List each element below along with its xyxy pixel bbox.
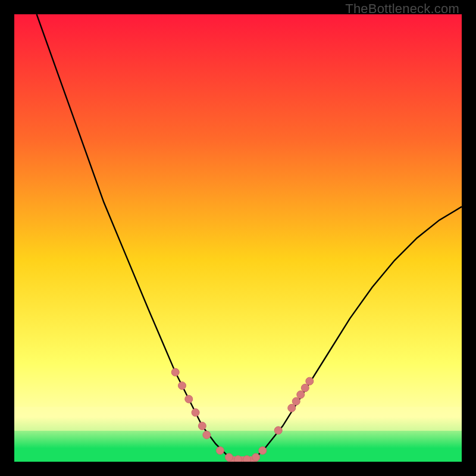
curve-marker	[288, 404, 296, 412]
watermark-text: TheBottleneck.com	[345, 1, 459, 17]
curve-marker	[306, 377, 314, 385]
curve-marker	[178, 382, 186, 390]
curve-marker	[185, 395, 193, 403]
bottleneck-chart	[14, 14, 462, 462]
curve-marker	[243, 456, 251, 462]
horizon-band	[14, 407, 462, 431]
gradient-background	[14, 14, 462, 462]
curve-marker	[301, 384, 309, 392]
curve-marker	[252, 453, 260, 461]
curve-marker	[297, 391, 305, 399]
curve-marker	[292, 397, 300, 405]
curve-marker	[203, 431, 211, 439]
curve-marker	[198, 422, 206, 430]
curve-marker	[259, 447, 267, 455]
curve-marker	[171, 368, 179, 376]
curve-marker	[274, 427, 282, 434]
curve-marker	[225, 453, 233, 461]
curve-marker	[234, 456, 242, 462]
curve-marker	[216, 447, 224, 455]
chart-frame	[14, 14, 462, 462]
curve-marker	[192, 409, 199, 416]
